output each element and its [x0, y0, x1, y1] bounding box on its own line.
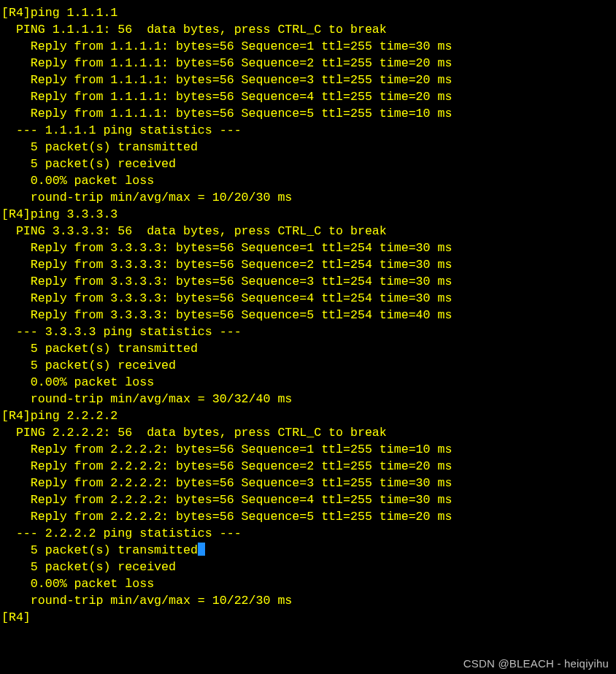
terminal-output[interactable]: [R4]ping 1.1.1.1 PING 1.1.1.1: 56 data b…	[0, 0, 616, 674]
ping-header: PING 3.3.3.3: 56 data bytes, press CTRL_…	[1, 223, 616, 240]
ping-reply: Reply from 1.1.1.1: bytes=56 Sequence=2 …	[1, 55, 616, 72]
ping-reply: Reply from 1.1.1.1: bytes=56 Sequence=1 …	[1, 38, 616, 55]
stats-line: 5 packet(s) transmitted	[1, 542, 616, 559]
stats-header: --- 1.1.1.1 ping statistics ---	[1, 122, 616, 139]
ping-header: PING 2.2.2.2: 56 data bytes, press CTRL_…	[1, 424, 616, 441]
stats-line: 5 packet(s) received	[1, 156, 616, 172]
ping-reply: Reply from 2.2.2.2: bytes=56 Sequence=3 …	[1, 475, 616, 491]
command-line[interactable]: [R4]ping 3.3.3.3	[1, 206, 616, 223]
text-cursor	[198, 543, 205, 556]
ping-reply: Reply from 1.1.1.1: bytes=56 Sequence=4 …	[1, 88, 616, 105]
ping-reply: Reply from 3.3.3.3: bytes=56 Sequence=2 …	[1, 256, 616, 273]
command-line[interactable]: [R4]ping 2.2.2.2	[1, 407, 616, 424]
stats-line: 0.00% packet loss	[1, 374, 616, 391]
ping-reply: Reply from 2.2.2.2: bytes=56 Sequence=5 …	[1, 508, 616, 525]
stats-line: 0.00% packet loss	[1, 172, 616, 189]
stats-header: --- 2.2.2.2 ping statistics ---	[1, 525, 616, 542]
stats-line: 5 packet(s) received	[1, 559, 616, 575]
stats-line: 0.00% packet loss	[1, 575, 616, 592]
stats-line: round-trip min/avg/max = 10/22/30 ms	[1, 592, 616, 609]
ping-header: PING 1.1.1.1: 56 data bytes, press CTRL_…	[1, 21, 616, 38]
ping-reply: Reply from 3.3.3.3: bytes=56 Sequence=3 …	[1, 273, 616, 290]
ping-reply: Reply from 2.2.2.2: bytes=56 Sequence=2 …	[1, 458, 616, 475]
stats-line: 5 packet(s) received	[1, 357, 616, 374]
stats-header: --- 3.3.3.3 ping statistics ---	[1, 323, 616, 340]
prompt-line[interactable]: [R4]	[1, 609, 616, 626]
stats-line: 5 packet(s) transmitted	[1, 139, 616, 156]
ping-reply: Reply from 2.2.2.2: bytes=56 Sequence=4 …	[1, 491, 616, 508]
ping-reply: Reply from 3.3.3.3: bytes=56 Sequence=5 …	[1, 307, 616, 323]
command-line[interactable]: [R4]ping 1.1.1.1	[1, 4, 616, 21]
ping-reply: Reply from 3.3.3.3: bytes=56 Sequence=1 …	[1, 240, 616, 256]
stats-line: round-trip min/avg/max = 30/32/40 ms	[1, 391, 616, 407]
ping-reply: Reply from 1.1.1.1: bytes=56 Sequence=3 …	[1, 72, 616, 88]
ping-reply: Reply from 1.1.1.1: bytes=56 Sequence=5 …	[1, 105, 616, 122]
ping-reply: Reply from 2.2.2.2: bytes=56 Sequence=1 …	[1, 441, 616, 458]
watermark-label: CSDN @BLEACH - heiqiyihu	[463, 657, 609, 670]
stats-line: 5 packet(s) transmitted	[1, 340, 616, 357]
ping-reply: Reply from 3.3.3.3: bytes=56 Sequence=4 …	[1, 290, 616, 307]
stats-line: round-trip min/avg/max = 10/20/30 ms	[1, 189, 616, 206]
